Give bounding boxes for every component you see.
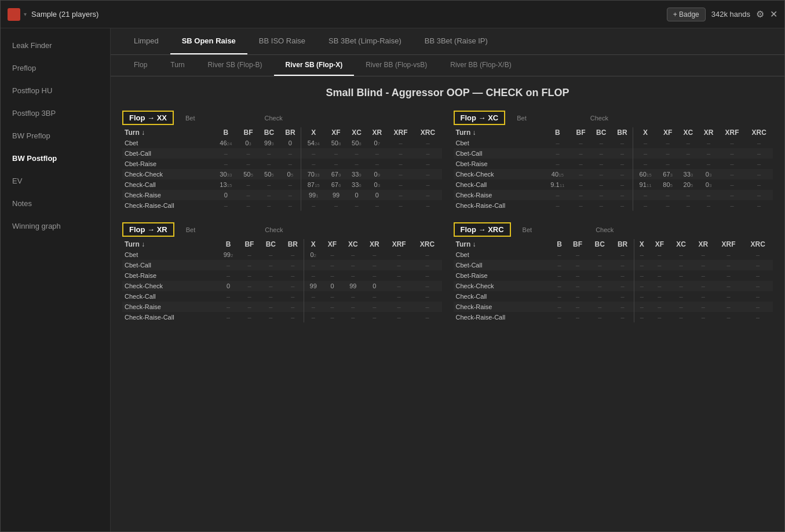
table-row: Check-Raise 0 – – – 991 99 0 0 – bbox=[122, 190, 442, 200]
tables-row-2: Flop → XR Bet Check Turn ↓ B BF BC bbox=[122, 222, 773, 322]
table-row: Cbet-Call –– –– – –– –– – bbox=[454, 148, 773, 159]
sidebar-item-ev[interactable]: EV bbox=[1, 170, 110, 192]
sidebar-item-preflop[interactable]: Preflop bbox=[1, 57, 110, 79]
table-row: Check-Call –– –– – –– –– – bbox=[454, 291, 773, 302]
table-row: Cbet –– –– – –– –– – bbox=[454, 250, 773, 260]
col-xr: XR bbox=[367, 127, 387, 138]
col-bf: BF bbox=[238, 127, 258, 138]
bet-label-xrc: Bet bbox=[523, 226, 532, 233]
table-row: Cbet-Raise –– –– – –– –– – bbox=[454, 270, 773, 281]
bet-label-xc: Bet bbox=[517, 115, 527, 122]
table-row: Check-Check 0 – – – 99 0 99 0 – bbox=[122, 281, 442, 291]
data-table-xc: Turn ↓ B BF BC BR X XF XC XR XRF bbox=[454, 127, 773, 211]
turn-header-xrc: Turn ↓ bbox=[454, 239, 552, 250]
close-icon[interactable]: ✕ bbox=[770, 9, 777, 20]
main-window: ▾ Sample (21 players) + Badge 342k hands… bbox=[0, 0, 785, 532]
table-row: Check-Raise-Call –– –– – –– –– – bbox=[454, 312, 773, 322]
table-row: Check-Call 1315 – – – 8715 676 336 03 bbox=[122, 179, 442, 190]
table-row: Cbet-Raise –– –– – –– –– – bbox=[122, 159, 442, 169]
col-xc: XC bbox=[346, 127, 367, 138]
table-row: Cbet-Call –– –– – –– –– – bbox=[454, 260, 773, 270]
col-br: BR bbox=[280, 127, 301, 138]
check-label-xx: Check bbox=[265, 115, 283, 122]
table-row: Check-Check 3033 505 505 05 7033 679 339… bbox=[122, 169, 442, 179]
data-table-xx: Turn ↓ B BF BC BR X XF XC XR XRF bbox=[122, 127, 442, 211]
titlebar: ▾ Sample (21 players) + Badge 342k hands… bbox=[1, 1, 784, 28]
turn-header-xr: Turn ↓ bbox=[122, 239, 218, 250]
sub-nav: Flop Turn River SB (Flop-B) River SB (Fl… bbox=[111, 55, 784, 76]
tables-area: Flop → XX Bet Check Turn ↓ B BF BC bbox=[111, 105, 784, 531]
table-row: Check-Raise –– –– – –– –– – bbox=[122, 302, 442, 312]
col-x: X bbox=[301, 127, 326, 138]
sidebar-item-winning-graph[interactable]: Winning graph bbox=[1, 215, 110, 237]
titlebar-controls: + Badge 342k hands ⚙ ✕ bbox=[667, 8, 777, 21]
tab-sb-open-raise[interactable]: SB Open Raise bbox=[170, 28, 247, 54]
table-title-xx: Flop → XX bbox=[122, 111, 174, 125]
bet-label-xr: Bet bbox=[186, 226, 196, 233]
table-title-xr: Flop → XR bbox=[122, 222, 174, 237]
check-label-xr: Check bbox=[265, 226, 283, 233]
section-title: Small Blind - Aggressor OOP — CHECK on F… bbox=[111, 76, 784, 105]
subnav-river-bb-xb[interactable]: River BB (Flop-X/B) bbox=[439, 55, 523, 76]
tab-sb-3bet-limp[interactable]: SB 3Bet (Limp-Raise) bbox=[317, 28, 413, 54]
main-layout: Leak Finder Preflop Postflop HU Postflop… bbox=[1, 28, 784, 531]
table-title-xc: Flop → XC bbox=[454, 111, 506, 125]
turn-header-xc: Turn ↓ bbox=[454, 127, 545, 138]
sidebar-item-notes[interactable]: Notes bbox=[1, 192, 110, 215]
tab-bb-iso-raise[interactable]: BB ISO Raise bbox=[247, 28, 317, 54]
table-row: Check-Check 4015 – – – 6015 673 333 03 bbox=[454, 169, 773, 179]
table-row: Cbet-Call –– –– – –– –– – bbox=[122, 260, 442, 270]
table-row: Check-Raise-Call –– –– – –– –– – bbox=[122, 312, 442, 322]
content-area: Limped SB Open Raise BB ISO Raise SB 3Be… bbox=[111, 28, 784, 531]
table-block-xr: Flop → XR Bet Check Turn ↓ B BF BC bbox=[122, 222, 442, 322]
badge-button[interactable]: + Badge bbox=[667, 8, 706, 21]
table-row: Cbet-Call –– –– – –– –– – bbox=[122, 148, 442, 159]
check-label-xc: Check bbox=[590, 115, 608, 122]
table-row: Check-Raise –– –– – –– –– – bbox=[454, 190, 773, 200]
sidebar-item-bw-preflop[interactable]: BW Preflop bbox=[1, 124, 110, 147]
table-row: Cbet-Raise –– –– – –– –– – bbox=[454, 159, 773, 169]
col-bc: BC bbox=[258, 127, 279, 138]
data-table-xrc: Turn ↓ B BF BC BR X XF XC XR XRF bbox=[454, 239, 773, 322]
data-table-xr: Turn ↓ B BF BC BR X XF XC XR XRF bbox=[122, 239, 442, 322]
table-row: Cbet 4624 03 993 0 5424 508 508 07 – bbox=[122, 138, 442, 148]
sidebar-item-leak-finder[interactable]: Leak Finder bbox=[1, 34, 110, 57]
app-logo bbox=[8, 8, 20, 21]
sidebar-item-postflop-3bp[interactable]: Postflop 3BP bbox=[1, 102, 110, 124]
titlebar-title: Sample (21 players) bbox=[31, 10, 667, 19]
table-block-xc: Flop → XC Bet Check Turn ↓ B BF BC bbox=[454, 111, 773, 211]
tab-bb-3bet-raise[interactable]: BB 3Bet (Raise IP) bbox=[413, 28, 499, 54]
subnav-river-sb-b[interactable]: River SB (Flop-B) bbox=[196, 55, 274, 76]
turn-header-xx: Turn ↓ bbox=[122, 127, 214, 138]
table-row: Check-Raise-Call –– –– – –– –– – bbox=[454, 200, 773, 211]
gear-icon[interactable]: ⚙ bbox=[756, 9, 764, 20]
col-b: B bbox=[214, 127, 238, 138]
col-xrf: XRF bbox=[388, 127, 414, 138]
col-xf: XF bbox=[326, 127, 346, 138]
hands-count: 342k hands bbox=[711, 10, 750, 19]
table-row: Check-Raise –– –– – –– –– – bbox=[454, 302, 773, 312]
tab-limped[interactable]: Limped bbox=[122, 28, 170, 54]
subnav-river-sb-x[interactable]: River SB (Flop-X) bbox=[274, 55, 355, 76]
table-row: Check-Raise-Call –– –– – –– –– – bbox=[122, 200, 442, 211]
table-row: Check-Check –– –– – –– –– – bbox=[454, 281, 773, 291]
table-block-xrc: Flop → XRC Bet Check Turn ↓ B BF BC bbox=[454, 222, 773, 322]
titlebar-arrow: ▾ bbox=[24, 11, 27, 17]
subnav-river-bb-vsb[interactable]: River BB (Flop-vsB) bbox=[354, 55, 439, 76]
check-label-xrc: Check bbox=[596, 226, 614, 233]
subnav-turn[interactable]: Turn bbox=[159, 55, 196, 76]
sidebar-item-bw-postflop[interactable]: BW Postflop bbox=[1, 147, 110, 170]
table-row: Cbet –– –– – –– –– – bbox=[454, 138, 773, 148]
table-row: Cbet 992 – – – 02 – – – – bbox=[122, 250, 442, 260]
sidebar: Leak Finder Preflop Postflop HU Postflop… bbox=[1, 28, 111, 531]
table-block-xx: Flop → XX Bet Check Turn ↓ B BF BC bbox=[122, 111, 442, 211]
subnav-flop[interactable]: Flop bbox=[122, 55, 159, 76]
sidebar-item-postflop-hu[interactable]: Postflop HU bbox=[1, 79, 110, 102]
table-row: Check-Call 9.111 – – – 9111 805 205 03 bbox=[454, 179, 773, 190]
table-row: Cbet-Raise –– –– – –– –– – bbox=[122, 270, 442, 281]
table-title-xrc: Flop → XRC bbox=[454, 222, 511, 237]
table-row: Check-Call –– –– – –– –– – bbox=[122, 291, 442, 302]
bet-label-xx: Bet bbox=[185, 115, 195, 122]
tables-row-1: Flop → XX Bet Check Turn ↓ B BF BC bbox=[122, 111, 773, 211]
col-xrc: XRC bbox=[414, 127, 442, 138]
